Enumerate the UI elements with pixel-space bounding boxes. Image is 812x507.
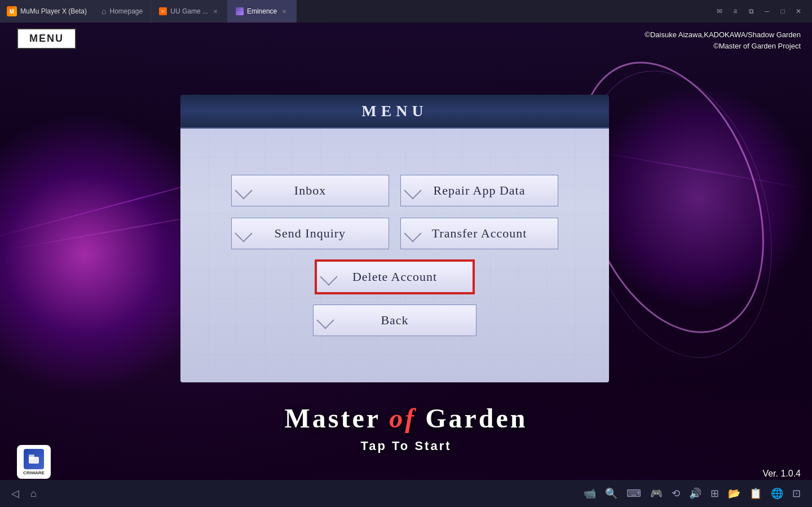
master-text: Master (284, 403, 380, 433)
mail-icon[interactable]: ✉ (713, 5, 726, 18)
grid-icon[interactable]: ⊞ (710, 487, 719, 500)
close-icon[interactable]: ✕ (792, 5, 805, 18)
button-row-3: Delete Account (214, 261, 575, 293)
app-tab: M MuMu Player X (Beta) (0, 0, 94, 23)
button-row-1: Inbox Repair App Data (214, 175, 575, 206)
clipboard-icon[interactable]: 📋 (749, 487, 762, 500)
restore-window-icon[interactable]: ⧉ (744, 5, 758, 18)
tab-eminence-label: Eminence (247, 7, 277, 15)
search-taskbar-icon[interactable]: 🔍 (605, 487, 617, 500)
home-nav-icon[interactable]: ⌂ (30, 488, 37, 500)
tab-eminence-close[interactable]: ✕ (280, 7, 288, 15)
globe-icon[interactable]: 🌐 (771, 487, 783, 500)
dialog-header: MENU (180, 95, 609, 129)
game-menu-dialog: MENU Inbox Repair App Data Send Inquiry … (180, 95, 609, 382)
tabs-area: ⌂ Homepage U UU Game ... ✕ Eminence ✕ (94, 0, 706, 23)
repair-app-data-button[interactable]: Repair App Data (400, 175, 558, 206)
taskbar-center: 📹 🔍 ⌨ 🎮 ⟲ 🔊 ⊞ 📂 📋 🌐 ⊡ (584, 487, 801, 500)
tab-eminence[interactable]: Eminence ✕ (228, 0, 297, 23)
dialog-title: MENU (361, 102, 428, 120)
gamepad-icon[interactable]: 🎮 (650, 487, 663, 500)
transfer-account-button[interactable]: Transfer Account (400, 218, 558, 249)
button-row-back: Back (214, 305, 575, 336)
back-button[interactable]: Back (313, 305, 476, 336)
maximize-icon[interactable]: □ (776, 5, 789, 18)
titlebar: M MuMu Player X (Beta) ⌂ Homepage U UU G… (0, 0, 812, 23)
copyright-line1: ©Daisuke Aizawa,KADOKAWA/Shadow Garden (645, 29, 801, 41)
taskbar-left: ◁ ⌂ (11, 487, 37, 500)
of-text: of (389, 403, 416, 433)
criware-label: CRIWARE (23, 470, 45, 475)
copyright: ©Daisuke Aizawa,KADOKAWA/Shadow Garden ©… (645, 29, 801, 51)
app-title: MuMu Player X (Beta) (20, 7, 87, 15)
garden-text: Garden (425, 403, 527, 433)
svg-rect-1 (29, 455, 34, 459)
tap-to-start: Tap To Start (360, 439, 451, 453)
send-inquiry-button[interactable]: Send Inquiry (231, 218, 389, 249)
inbox-button[interactable]: Inbox (231, 175, 389, 206)
tab-homepage-label: Homepage (110, 7, 143, 15)
button-row-2: Send Inquiry Transfer Account (214, 218, 575, 249)
folder-icon[interactable]: 📂 (728, 487, 740, 500)
version-text: Ver. 1.0.4 (762, 469, 801, 479)
copyright-line2: ©Master of Garden Project (645, 41, 801, 52)
menu-button[interactable]: MENU (17, 28, 76, 49)
criware-icon (24, 449, 44, 469)
volume-icon[interactable]: 🔊 (689, 487, 701, 500)
minimize-icon[interactable]: ─ (760, 5, 774, 18)
camera-icon[interactable]: 📹 (584, 487, 596, 500)
keyboard-icon[interactable]: ⌨ (626, 487, 641, 500)
tab-homepage[interactable]: ⌂ Homepage (94, 0, 151, 23)
dialog-body: Inbox Repair App Data Send Inquiry Trans… (180, 129, 609, 382)
back-nav-icon[interactable]: ◁ (11, 487, 19, 500)
delete-account-button[interactable]: Delete Account (316, 261, 474, 293)
menu-icon[interactable]: ≡ (729, 5, 742, 18)
criware-logo: CRIWARE (17, 445, 51, 479)
taskbar: ◁ ⌂ 📹 🔍 ⌨ 🎮 ⟲ 🔊 ⊞ 📂 📋 🌐 ⊡ (0, 480, 812, 507)
window-controls: ✉ ≡ ⧉ ─ □ ✕ (706, 5, 812, 18)
rotate-icon[interactable]: ⟲ (672, 487, 680, 500)
display-icon[interactable]: ⊡ (792, 487, 801, 500)
tab-uu-game-close[interactable]: ✕ (211, 7, 219, 15)
app-icon: M (7, 6, 17, 16)
master-of-garden-text: Master of Garden (284, 403, 527, 434)
tab-uu-game-label: UU Game ... (170, 7, 208, 15)
tab-uu-game[interactable]: U UU Game ... ✕ (151, 0, 228, 23)
